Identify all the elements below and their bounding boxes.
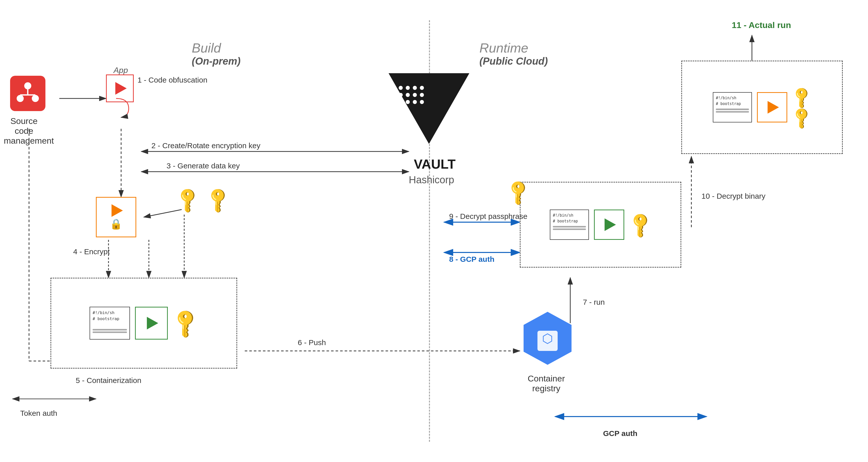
key-pink-1: 🔑 (173, 184, 203, 215)
step11-label: 11 - Actual run (732, 20, 791, 30)
diagram: Build (On-prem) Runtime (Public Cloud) S… (0, 0, 868, 462)
gcp-auth-label: GCP auth (603, 429, 638, 438)
container-registry-label: Container registry (519, 374, 574, 393)
key-green-2: 🔑 (168, 306, 203, 340)
svg-point-25 (24, 82, 31, 89)
runtime-label: Runtime (Public Cloud) (479, 40, 548, 67)
play-orange-icon-2 (768, 101, 779, 114)
enc-play-icon (112, 204, 123, 217)
step9-label: 9 - Decrypt passphrase (449, 212, 527, 221)
script-box-1: #!/bin/sh# bootstrap (90, 307, 130, 340)
step2-label: 2 - Create/Rotate encryption key (151, 141, 260, 150)
step6-label: 6 - Push (298, 338, 326, 347)
play-green-icon-1 (147, 317, 158, 329)
play-green-icon-2 (604, 219, 616, 231)
rotation-arrow (108, 96, 134, 121)
step1-label: 1 - Code obfuscation (137, 76, 208, 84)
play-box-runtime2 (757, 92, 787, 122)
runtime-box-1: #!/bin/sh# bootstrap 🔑 (520, 182, 681, 268)
step4-label: 4 - Encrypt (73, 248, 110, 256)
build-label: Build (On-prem) (192, 40, 241, 67)
svg-line-11 (144, 209, 182, 217)
key-green-4: 🔑 (789, 105, 815, 131)
key-green-1: 🔑 (203, 184, 233, 215)
step3-label: 3 - Generate data key (166, 162, 240, 170)
step5-label: 5 - Containerization (76, 376, 141, 385)
key-green-3: 🔑 (625, 209, 655, 240)
play-box-runtime1 (594, 209, 624, 240)
gcr-icon: ⬡ (520, 311, 575, 372)
app-label: App (114, 66, 128, 75)
vault-sublabel: Hashicorp (409, 174, 454, 185)
token-auth-label: Token auth (20, 409, 57, 417)
scm-icon (7, 73, 48, 114)
step7-label: 7 - run (583, 298, 605, 307)
vault-dots (399, 86, 424, 104)
encrypted-app-box: 🔒 (96, 197, 136, 237)
vault-label: VAULT (414, 156, 456, 172)
script-box-3: #!/bin/sh# bootstrap (713, 92, 752, 122)
svg-text:⬡: ⬡ (542, 331, 553, 346)
vault-triangle (389, 73, 469, 144)
script-box-2: #!/bin/sh# bootstrap (550, 209, 589, 240)
step8-label: 8 - GCP auth (449, 255, 494, 264)
containerization-box: #!/bin/sh# bootstrap 🔑 (51, 278, 237, 369)
step10-label: 10 - Decrypt binary (702, 192, 765, 200)
runtime-box-2: #!/bin/sh# bootstrap 🔑 🔑 (681, 61, 843, 154)
scm-label: Source code management (4, 116, 44, 146)
enc-play-box-1 (135, 307, 168, 340)
app-play-icon (115, 82, 127, 95)
